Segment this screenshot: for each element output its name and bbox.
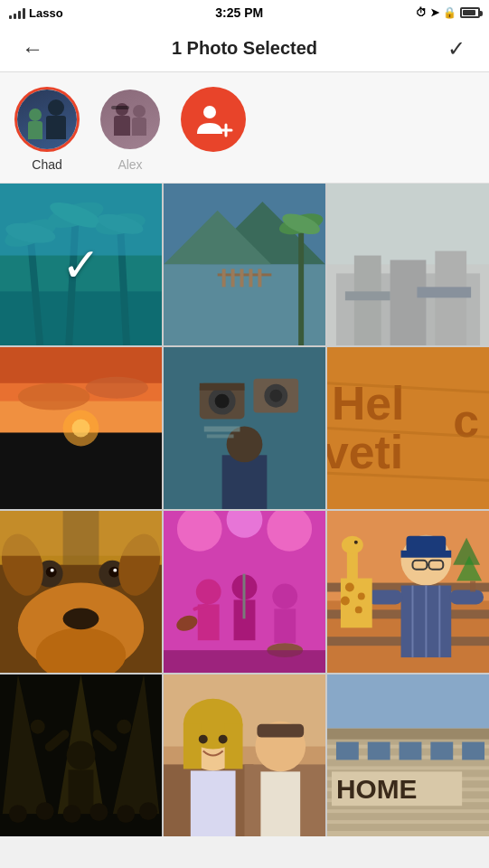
svg-rect-97 bbox=[274, 609, 296, 643]
svg-point-57 bbox=[227, 427, 263, 463]
photo-3-image bbox=[327, 184, 489, 345]
contact-alex[interactable]: Alex bbox=[98, 87, 163, 172]
svg-point-156 bbox=[219, 735, 228, 744]
svg-point-89 bbox=[196, 580, 221, 605]
add-contact-item[interactable]: + bbox=[181, 87, 246, 172]
svg-point-121 bbox=[345, 583, 354, 592]
svg-rect-179 bbox=[430, 742, 453, 760]
svg-point-73 bbox=[63, 608, 99, 629]
photo-cell-9[interactable] bbox=[327, 511, 489, 673]
svg-rect-178 bbox=[400, 742, 422, 760]
svg-rect-21 bbox=[222, 269, 226, 287]
status-time: 3:25 PM bbox=[215, 5, 263, 20]
svg-rect-153 bbox=[183, 724, 202, 769]
contact-chad[interactable]: Chad bbox=[14, 87, 80, 172]
clock-icon: ⏱ bbox=[416, 6, 427, 19]
photo-9-image bbox=[327, 511, 489, 673]
svg-point-44 bbox=[85, 377, 148, 399]
svg-rect-26 bbox=[298, 229, 304, 345]
photo-cell-5[interactable] bbox=[164, 347, 325, 509]
svg-rect-117 bbox=[449, 590, 484, 605]
photo-cell-7[interactable] bbox=[0, 511, 162, 673]
lock-icon: 🔒 bbox=[443, 6, 456, 19]
svg-point-133 bbox=[67, 741, 96, 770]
svg-rect-59 bbox=[207, 434, 234, 438]
photo-cell-2[interactable] bbox=[164, 184, 325, 345]
photo-7-image bbox=[0, 511, 162, 673]
svg-rect-37 bbox=[327, 184, 489, 345]
status-bar: Lasso 3:25 PM ⏱ ➤ 🔒 bbox=[0, 0, 489, 25]
photo-2-image bbox=[164, 184, 325, 345]
svg-point-55 bbox=[269, 390, 282, 402]
svg-rect-160 bbox=[260, 771, 300, 836]
svg-point-120 bbox=[342, 536, 363, 554]
contact-chad-name: Chad bbox=[32, 157, 61, 172]
add-contact-label: + bbox=[210, 157, 217, 172]
svg-rect-159 bbox=[257, 724, 304, 738]
photo-4-image bbox=[0, 347, 162, 509]
confirm-button[interactable]: ✓ bbox=[440, 36, 473, 61]
contact-strip: Chad Alex bbox=[0, 72, 489, 184]
svg-rect-166 bbox=[327, 759, 489, 766]
svg-point-142 bbox=[63, 805, 81, 823]
svg-point-123 bbox=[341, 596, 350, 605]
svg-rect-58 bbox=[204, 427, 240, 432]
status-left: Lasso bbox=[9, 6, 63, 20]
contact-chad-avatar[interactable] bbox=[14, 87, 80, 152]
svg-rect-119 bbox=[347, 552, 358, 583]
photo-cell-10[interactable] bbox=[0, 675, 162, 836]
svg-point-0 bbox=[203, 106, 216, 118]
svg-rect-180 bbox=[462, 742, 484, 760]
photo-10-image bbox=[0, 675, 162, 836]
svg-rect-24 bbox=[249, 269, 252, 287]
svg-rect-23 bbox=[240, 269, 244, 287]
svg-rect-175 bbox=[327, 729, 489, 740]
svg-rect-177 bbox=[368, 742, 390, 760]
svg-point-75 bbox=[46, 567, 57, 578]
photo-6-image: Hel veti c bbox=[327, 347, 489, 509]
svg-rect-157 bbox=[191, 770, 236, 836]
svg-rect-95 bbox=[243, 574, 246, 619]
photo-5-image bbox=[164, 347, 325, 509]
svg-point-122 bbox=[358, 592, 365, 599]
status-right: ⏱ ➤ 🔒 bbox=[416, 6, 480, 19]
svg-point-96 bbox=[272, 584, 297, 609]
svg-point-141 bbox=[36, 802, 54, 820]
photo-cell-3[interactable] bbox=[327, 184, 489, 345]
svg-rect-176 bbox=[336, 742, 359, 760]
svg-rect-128 bbox=[470, 581, 475, 592]
photo-selected-overlay-1: ✓ bbox=[0, 184, 162, 345]
svg-rect-25 bbox=[258, 269, 261, 287]
svg-point-144 bbox=[117, 805, 135, 823]
checkmark-icon-1: ✓ bbox=[61, 238, 101, 292]
svg-point-143 bbox=[89, 803, 108, 821]
svg-rect-171 bbox=[327, 813, 489, 820]
photo-cell-8[interactable] bbox=[164, 511, 325, 673]
svg-rect-52 bbox=[200, 383, 245, 391]
photo-cell-1[interactable]: ✓ bbox=[0, 184, 162, 345]
photo-cell-4[interactable] bbox=[0, 347, 162, 509]
svg-point-78 bbox=[108, 567, 119, 578]
svg-point-124 bbox=[355, 606, 362, 613]
photo-12-image: HOME bbox=[327, 675, 489, 836]
add-contact-button[interactable] bbox=[181, 87, 246, 152]
battery-icon bbox=[460, 7, 480, 18]
svg-text:HOME: HOME bbox=[336, 774, 418, 804]
signal-bars-icon bbox=[9, 6, 25, 19]
contact-alex-avatar[interactable] bbox=[98, 87, 163, 152]
back-button[interactable]: ← bbox=[16, 36, 49, 61]
svg-rect-83 bbox=[63, 511, 99, 565]
svg-point-125 bbox=[354, 541, 358, 544]
photo-cell-12[interactable]: HOME bbox=[327, 675, 489, 836]
svg-point-138 bbox=[117, 720, 131, 734]
svg-rect-116 bbox=[367, 590, 403, 605]
svg-rect-56 bbox=[222, 455, 268, 509]
svg-text:c: c bbox=[453, 394, 479, 447]
photo-cell-11[interactable] bbox=[164, 675, 325, 836]
svg-rect-172 bbox=[327, 824, 489, 831]
svg-point-51 bbox=[215, 394, 230, 409]
nav-title: 1 Photo Selected bbox=[172, 38, 317, 59]
svg-rect-107 bbox=[407, 536, 447, 552]
photo-8-image bbox=[164, 511, 325, 673]
photo-cell-6[interactable]: Hel veti c bbox=[327, 347, 489, 509]
